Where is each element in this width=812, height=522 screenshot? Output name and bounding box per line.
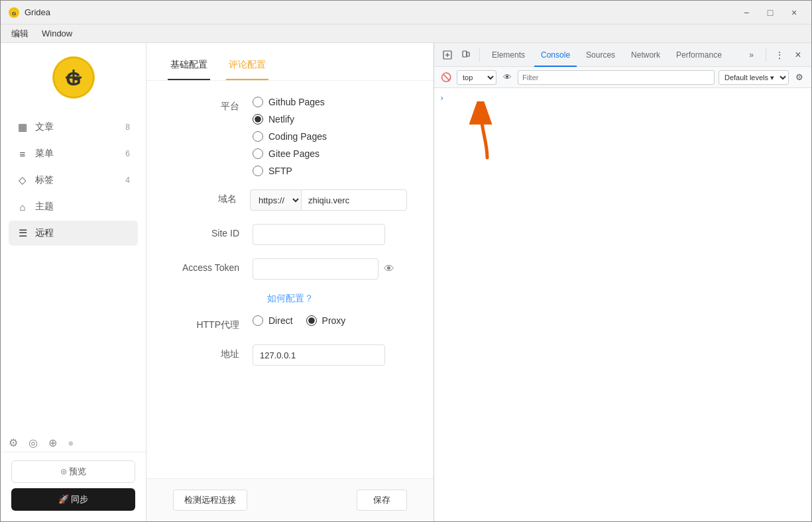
sidebar-item-themes[interactable]: ⌂ 主题: [9, 194, 138, 219]
menu-bar: 编辑 Window: [1, 25, 811, 43]
site-id-label: Site ID: [173, 224, 253, 238]
articles-label: 文章: [35, 121, 125, 133]
sidebar-item-articles[interactable]: ▦ 文章 8: [9, 115, 138, 140]
domain-label: 域名: [173, 189, 250, 205]
save-button[interactable]: 保存: [357, 490, 407, 511]
app-logo: G: [52, 56, 95, 99]
menu-edit[interactable]: 编辑: [6, 26, 34, 41]
domain-protocol-select[interactable]: https://: [250, 189, 301, 211]
console-clear-button[interactable]: 🚫: [439, 71, 453, 84]
console-level-select[interactable]: Default levels ▾: [719, 70, 789, 85]
access-token-control: 👁: [253, 258, 407, 280]
radio-sftp-label: SFTP: [268, 166, 292, 176]
radio-gitee-input[interactable]: [253, 148, 263, 159]
http-proxy-label: HTTP代理: [173, 315, 253, 331]
sidebar-item-remote[interactable]: ☰ 远程: [9, 221, 138, 246]
app-icon: G: [9, 7, 19, 18]
window-title: Gridea: [25, 7, 737, 17]
devtools-tab-elements[interactable]: Elements: [485, 43, 532, 67]
radio-proxy[interactable]: Proxy: [306, 315, 346, 326]
toggle-password-button[interactable]: 👁: [384, 263, 394, 275]
radio-gitee[interactable]: Gitee Pages: [253, 148, 407, 159]
devtools-content: ›: [434, 88, 811, 521]
remote-label: 远程: [35, 227, 130, 239]
sidebar-item-menus[interactable]: ≡ 菜单 6: [9, 141, 138, 166]
tab-basic[interactable]: 基础配置: [168, 54, 210, 80]
tags-count: 4: [125, 176, 130, 185]
articles-icon: ▦: [17, 121, 29, 133]
platform-options: Github Pages Netlify Coding Pages G: [253, 97, 407, 176]
console-caret: ›: [439, 93, 444, 103]
radio-coding-input[interactable]: [253, 131, 263, 142]
radio-netlify-input[interactable]: [253, 114, 263, 125]
themes-icon: ⌂: [17, 201, 29, 213]
devtools-tab-performance[interactable]: Performance: [669, 43, 728, 67]
content-tabs: 基础配置 评论配置: [146, 43, 434, 81]
sidebar-bottom: ⊙ 预览 🚀 同步: [1, 452, 146, 521]
devtools-close-button[interactable]: ×: [790, 47, 806, 63]
radio-netlify[interactable]: Netlify: [253, 114, 407, 125]
radio-direct-input[interactable]: [253, 315, 263, 326]
devtools-tab-sources[interactable]: Sources: [579, 43, 622, 67]
radio-proxy-input[interactable]: [306, 315, 317, 326]
devtools-separator: [479, 48, 480, 62]
sidebar-item-tags[interactable]: ◇ 标签 4: [9, 168, 138, 193]
radio-github[interactable]: Github Pages: [253, 97, 407, 107]
arrow-annotation: [454, 101, 507, 163]
access-token-input[interactable]: [253, 258, 378, 280]
address-input[interactable]: [253, 344, 385, 366]
platform-row: 平台 Github Pages Netlify Coding Pages: [173, 97, 407, 176]
tags-icon: ◇: [17, 174, 29, 186]
domain-row: 域名 https://: [173, 189, 407, 211]
tab-comment[interactable]: 评论配置: [226, 54, 268, 80]
radio-github-input[interactable]: [253, 97, 263, 107]
sidebar-footer-icons: ⚙ ◎ ⊕ ●: [1, 431, 146, 452]
radio-proxy-label: Proxy: [322, 315, 346, 326]
devtools-tab-console[interactable]: Console: [534, 43, 577, 67]
domain-input[interactable]: [301, 189, 407, 211]
check-remote-button[interactable]: 检测远程连接: [173, 490, 247, 511]
devtools-device-button[interactable]: [458, 47, 474, 63]
close-button[interactable]: ×: [785, 6, 803, 19]
devtools-toolbar: Elements Console Sources Network Perform…: [434, 43, 811, 67]
config-link[interactable]: 如何配置？: [267, 293, 314, 305]
maximize-button[interactable]: □: [761, 6, 780, 19]
globe-icon[interactable]: ◎: [29, 437, 38, 449]
main-area: G ▦ 文章 8 ≡ 菜单 6 ◇: [1, 43, 811, 521]
devtools-inspect-button[interactable]: [439, 47, 455, 63]
sync-button[interactable]: 🚀 同步: [11, 488, 135, 511]
svg-rect-9: [463, 51, 467, 57]
console-settings-button[interactable]: ⚙: [793, 71, 806, 84]
radio-direct[interactable]: Direct: [253, 315, 293, 326]
radio-coding-label: Coding Pages: [268, 131, 327, 142]
menu-window[interactable]: Window: [36, 27, 78, 40]
content-area: 基础配置 评论配置 平台 Github Pages Netlify: [146, 43, 434, 521]
devtools-separator2: [766, 48, 766, 62]
tags-label: 标签: [35, 174, 125, 186]
minimize-button[interactable]: −: [737, 6, 756, 19]
console-eye-button[interactable]: 👁: [500, 71, 514, 84]
radio-sftp[interactable]: SFTP: [253, 166, 407, 176]
devtools-menu-button[interactable]: ⋮: [772, 47, 787, 63]
site-id-input[interactable]: [253, 224, 385, 245]
platform-label: 平台: [173, 97, 253, 113]
radio-netlify-label: Netlify: [268, 114, 294, 125]
settings-icon[interactable]: ⚙: [9, 437, 18, 449]
radio-coding[interactable]: Coding Pages: [253, 131, 407, 142]
preview-button[interactable]: ⊙ 预览: [11, 460, 135, 483]
github-icon[interactable]: ⊕: [48, 437, 57, 449]
http-proxy-row: HTTP代理 Direct Proxy: [173, 315, 407, 331]
themes-label: 主题: [35, 201, 130, 213]
radio-sftp-input[interactable]: [253, 166, 263, 176]
access-token-row: Access Token 👁: [173, 258, 407, 280]
address-row: 地址: [173, 344, 407, 366]
window-controls: − □ ×: [737, 6, 803, 19]
console-filter-input[interactable]: [518, 70, 715, 85]
menus-icon: ≡: [17, 148, 29, 160]
menus-label: 菜单: [35, 148, 125, 160]
radio-gitee-label: Gitee Pages: [268, 148, 319, 159]
devtools-more-tabs[interactable]: »: [742, 43, 760, 67]
console-context-select[interactable]: top: [457, 70, 496, 85]
devtools-tab-network[interactable]: Network: [624, 43, 667, 67]
site-id-control: [253, 224, 407, 245]
